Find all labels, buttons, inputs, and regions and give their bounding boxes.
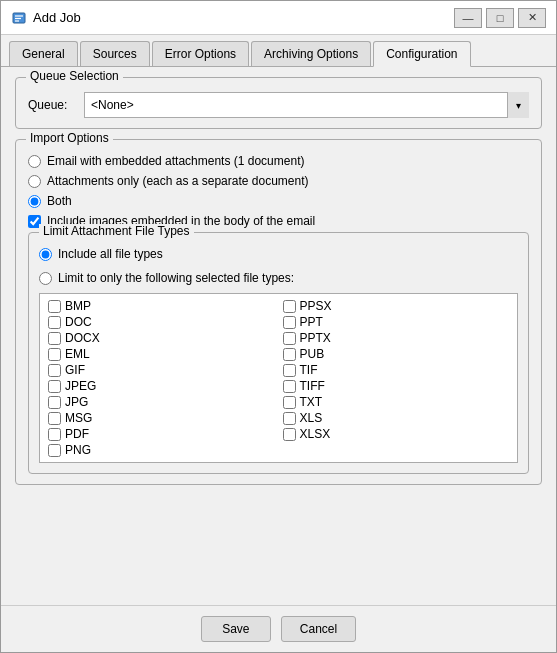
file-type-radio-options: Include all file types Limit to only the… [39, 247, 518, 285]
tab-general[interactable]: General [9, 41, 78, 66]
tab-archiving-options[interactable]: Archiving Options [251, 41, 371, 66]
queue-selection-label: Queue Selection [26, 69, 123, 83]
radio-limit-selected-label: Limit to only the following selected fil… [58, 271, 294, 285]
list-item-empty [279, 442, 514, 458]
file-types-table: BMPPPSXDOCPPTDOCXPPTXEMLPUBGIFTIFJPEGTIF… [39, 293, 518, 463]
radio-email-embedded-input[interactable] [28, 155, 41, 168]
queue-row: Queue: <None> ▾ [28, 92, 529, 118]
radio-limit-selected-input[interactable] [39, 272, 52, 285]
label-docx: DOCX [65, 331, 100, 345]
label-pub: PUB [300, 347, 325, 361]
radio-attachments-only-label: Attachments only (each as a separate doc… [47, 174, 308, 188]
list-item: PNG [44, 442, 279, 458]
checkbox-eml[interactable] [48, 348, 61, 361]
checkbox-png[interactable] [48, 444, 61, 457]
checkbox-pub[interactable] [283, 348, 296, 361]
radio-include-all-label: Include all file types [58, 247, 163, 261]
checkbox-txt[interactable] [283, 396, 296, 409]
label-jpeg: JPEG [65, 379, 96, 393]
checkbox-pdf[interactable] [48, 428, 61, 441]
list-item: BMP [44, 298, 279, 314]
list-item: EML [44, 346, 279, 362]
list-item: JPG [44, 394, 279, 410]
footer: Save Cancel [1, 605, 556, 652]
queue-label: Queue: [28, 98, 76, 112]
checkbox-tif[interactable] [283, 364, 296, 377]
import-options-group: Import Options Email with embedded attac… [15, 139, 542, 485]
queue-select-wrapper: <None> ▾ [84, 92, 529, 118]
list-item: XLSX [279, 426, 514, 442]
list-item: TIFF [279, 378, 514, 394]
checkbox-ppt[interactable] [283, 316, 296, 329]
tab-sources[interactable]: Sources [80, 41, 150, 66]
window-controls: — □ ✕ [454, 8, 546, 28]
radio-email-embedded: Email with embedded attachments (1 docum… [28, 154, 529, 168]
label-xlsx: XLSX [300, 427, 331, 441]
radio-both: Both [28, 194, 529, 208]
queue-selection-group: Queue Selection Queue: <None> ▾ [15, 77, 542, 129]
list-item: GIF [44, 362, 279, 378]
list-item: PPT [279, 314, 514, 330]
radio-both-label: Both [47, 194, 72, 208]
radio-attachments-only-input[interactable] [28, 175, 41, 188]
checkbox-doc[interactable] [48, 316, 61, 329]
list-item: PUB [279, 346, 514, 362]
label-xls: XLS [300, 411, 323, 425]
label-ppsx: PPSX [300, 299, 332, 313]
checkbox-xls[interactable] [283, 412, 296, 425]
label-msg: MSG [65, 411, 92, 425]
list-item: DOC [44, 314, 279, 330]
radio-email-embedded-label: Email with embedded attachments (1 docum… [47, 154, 304, 168]
checkbox-docx[interactable] [48, 332, 61, 345]
radio-attachments-only: Attachments only (each as a separate doc… [28, 174, 529, 188]
window-icon [11, 10, 27, 26]
tab-configuration[interactable]: Configuration [373, 41, 470, 67]
radio-include-all-input[interactable] [39, 248, 52, 261]
checkbox-jpeg[interactable] [48, 380, 61, 393]
checkbox-tiff[interactable] [283, 380, 296, 393]
label-gif: GIF [65, 363, 85, 377]
limit-attachment-label: Limit Attachment File Types [39, 224, 194, 238]
title-bar: Add Job — □ ✕ [1, 1, 556, 35]
close-button[interactable]: ✕ [518, 8, 546, 28]
label-png: PNG [65, 443, 91, 457]
save-button[interactable]: Save [201, 616, 271, 642]
list-item: PDF [44, 426, 279, 442]
label-pdf: PDF [65, 427, 89, 441]
checkbox-xlsx[interactable] [283, 428, 296, 441]
maximize-button[interactable]: □ [486, 8, 514, 28]
import-options-label: Import Options [26, 131, 113, 145]
list-item: PPSX [279, 298, 514, 314]
window-title: Add Job [33, 10, 454, 25]
radio-limit-selected: Limit to only the following selected fil… [39, 271, 518, 285]
checkbox-gif[interactable] [48, 364, 61, 377]
label-tif: TIF [300, 363, 318, 377]
minimize-button[interactable]: — [454, 8, 482, 28]
checkbox-ppsx[interactable] [283, 300, 296, 313]
radio-both-input[interactable] [28, 195, 41, 208]
label-txt: TXT [300, 395, 323, 409]
cancel-button[interactable]: Cancel [281, 616, 356, 642]
radio-include-all: Include all file types [39, 247, 518, 261]
checkbox-msg[interactable] [48, 412, 61, 425]
tab-bar: General Sources Error Options Archiving … [1, 35, 556, 67]
label-bmp: BMP [65, 299, 91, 313]
checkbox-pptx[interactable] [283, 332, 296, 345]
limit-attachment-group: Limit Attachment File Types Include all … [28, 232, 529, 474]
checkbox-bmp[interactable] [48, 300, 61, 313]
list-item: XLS [279, 410, 514, 426]
list-item: TXT [279, 394, 514, 410]
label-tiff: TIFF [300, 379, 325, 393]
label-doc: DOC [65, 315, 92, 329]
list-item: DOCX [44, 330, 279, 346]
tab-error-options[interactable]: Error Options [152, 41, 249, 66]
label-pptx: PPTX [300, 331, 331, 345]
content-area: Queue Selection Queue: <None> ▾ Import O… [1, 67, 556, 605]
list-item: TIF [279, 362, 514, 378]
add-job-window: Add Job — □ ✕ General Sources Error Opti… [0, 0, 557, 653]
list-item: PPTX [279, 330, 514, 346]
queue-select[interactable]: <None> [84, 92, 529, 118]
checkbox-jpg[interactable] [48, 396, 61, 409]
label-eml: EML [65, 347, 90, 361]
label-ppt: PPT [300, 315, 323, 329]
